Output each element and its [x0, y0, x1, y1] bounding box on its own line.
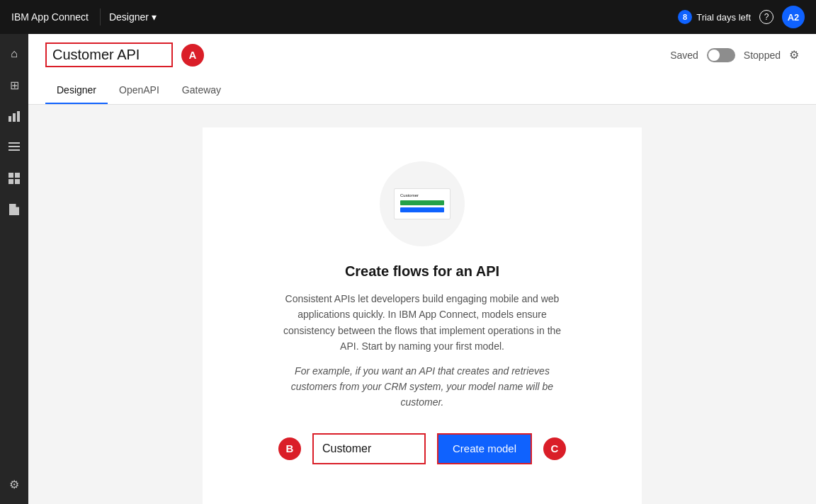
card-description: Consistent APIs let developers build eng… [273, 291, 571, 355]
create-model-button[interactable]: Create model [437, 433, 532, 464]
card-actions: B Create model C [231, 433, 613, 464]
api-illustration: Customer [380, 161, 465, 246]
toggle-knob [708, 50, 720, 61]
svg-rect-3 [8, 142, 20, 144]
sidebar-item-home[interactable]: ⌂ [0, 40, 28, 68]
top-navigation: IBM App Connect Designer ▾ 8 Trial days … [0, 0, 816, 34]
svg-rect-9 [15, 179, 20, 184]
header-right: Saved Stopped ⚙ [670, 48, 799, 62]
status-toggle[interactable] [707, 48, 735, 62]
sidebar: ⌂ ⊞ ⚙ [0, 34, 28, 504]
designer-dropdown[interactable]: Designer ▾ [109, 11, 157, 23]
chevron-down-icon: ▾ [152, 11, 157, 23]
stopped-label: Stopped [744, 50, 781, 61]
svg-rect-8 [8, 179, 13, 184]
mini-preview-card: Customer [394, 188, 450, 219]
sidebar-item-chart[interactable] [0, 102, 28, 130]
trial-label: Trial days left [696, 12, 751, 23]
header-top: A Saved Stopped ⚙ [45, 34, 799, 76]
tab-gateway[interactable]: Gateway [171, 76, 232, 104]
help-icon[interactable]: ? [759, 10, 774, 24]
tab-designer[interactable]: Designer [45, 76, 108, 104]
sidebar-item-grid[interactable]: ⊞ [0, 71, 28, 99]
annotation-c: C [543, 437, 566, 460]
main-content: A Saved Stopped ⚙ Designer OpenAPI Gatew… [28, 34, 816, 504]
svg-rect-6 [8, 173, 13, 178]
model-name-input[interactable] [312, 433, 426, 464]
create-api-card: Customer Create flows for an API Consist… [203, 127, 642, 504]
sidebar-item-document[interactable] [0, 195, 28, 224]
mini-card-title: Customer [400, 193, 444, 197]
page-header: A Saved Stopped ⚙ Designer OpenAPI Gatew… [28, 34, 816, 105]
mini-create-btn [400, 200, 444, 205]
brand-name: IBM App Connect [11, 11, 89, 23]
nav-divider [100, 8, 101, 25]
svg-rect-5 [8, 149, 20, 151]
trial-badge: 8 Trial days left [678, 10, 751, 24]
api-name-input[interactable] [45, 42, 173, 67]
main-layout: ⌂ ⊞ ⚙ A Saved [0, 34, 816, 504]
svg-rect-1 [13, 113, 16, 122]
page-content: Customer Create flows for an API Consist… [28, 105, 816, 504]
tab-bar: Designer OpenAPI Gateway [45, 76, 799, 104]
annotation-a: A [181, 44, 204, 67]
svg-rect-2 [17, 111, 20, 122]
top-nav-right: 8 Trial days left ? A2 [678, 6, 805, 28]
gear-icon[interactable]: ⚙ [789, 48, 799, 62]
user-avatar[interactable]: A2 [782, 6, 805, 28]
svg-rect-0 [8, 116, 11, 122]
annotation-b: B [278, 437, 301, 460]
trial-number: 8 [678, 10, 692, 24]
svg-rect-7 [15, 173, 20, 178]
sidebar-bottom: ⚙ [0, 470, 28, 498]
saved-label: Saved [670, 50, 698, 61]
sidebar-item-list[interactable] [0, 133, 28, 161]
sidebar-item-table[interactable] [0, 164, 28, 193]
svg-rect-4 [8, 146, 20, 147]
designer-label: Designer [109, 11, 149, 23]
tab-openapi[interactable]: OpenAPI [108, 76, 171, 104]
card-title: Create flows for an API [345, 263, 499, 280]
mini-retrieve-btn [400, 207, 444, 212]
sidebar-item-settings[interactable]: ⚙ [0, 470, 28, 498]
card-example: For example, if you want an API that cre… [273, 363, 571, 411]
